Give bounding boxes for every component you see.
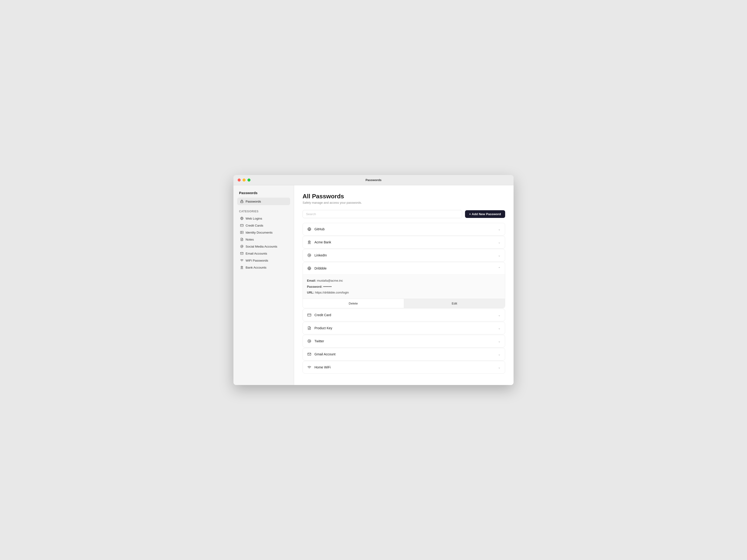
sidebar-item-notes[interactable]: Notes <box>237 236 290 243</box>
password-item-header-dribbble[interactable]: Dribbble ⌃ <box>303 262 505 274</box>
sidebar-item-web-logins[interactable]: Web Logins <box>237 215 290 222</box>
password-item-left: Home WiFi <box>307 365 331 370</box>
sidebar-title: Passwords <box>237 191 290 195</box>
sidebar-item-label: WiFi Passwords <box>246 259 268 262</box>
credit-card-icon <box>240 223 244 227</box>
categories-title: Categories <box>237 210 290 213</box>
sidebar-active-label: Passwords <box>246 200 261 203</box>
sidebar-item-wifi-passwords[interactable]: WiFi Passwords <box>237 257 290 264</box>
add-password-button[interactable]: + Add New Password <box>465 210 505 218</box>
main-content: All Passwords Safely manage and access y… <box>294 185 514 385</box>
sidebar: Passwords Passwords Categories <box>233 185 294 385</box>
password-item-linkedin: LinkedIn ⌄ <box>303 249 505 262</box>
password-item-credit-card: Credit Card ⌄ <box>303 309 505 321</box>
svg-rect-3 <box>240 224 243 226</box>
password-item-twitter: Twitter ⌄ <box>303 335 505 347</box>
wifi-icon <box>240 259 244 262</box>
item-name: Gmail Account <box>314 352 335 356</box>
svg-rect-29 <box>308 314 311 316</box>
item-name: LinkedIn <box>314 254 327 257</box>
sidebar-item-credit-cards[interactable]: Credit Cards <box>237 222 290 229</box>
password-label: Password: <box>307 285 323 288</box>
password-item-header-twitter[interactable]: Twitter ⌄ <box>303 335 505 347</box>
email-label: Email: <box>307 279 316 282</box>
mail-icon <box>240 251 244 255</box>
id-card-icon <box>240 231 244 234</box>
password-item-left: Acme Bank <box>307 240 331 244</box>
sidebar-item-identity-documents[interactable]: Identity Documents <box>237 229 290 236</box>
password-item-header-acme-bank[interactable]: Acme Bank ⌄ <box>303 236 505 248</box>
delete-button[interactable]: Delete <box>303 299 404 308</box>
chevron-down-icon: ⌄ <box>498 365 501 369</box>
at-icon <box>240 244 244 248</box>
item-name: Credit Card <box>314 313 331 317</box>
bank-icon <box>307 240 312 244</box>
svg-point-26 <box>309 255 310 256</box>
chevron-down-icon: ⌄ <box>498 227 501 231</box>
item-name: Dribbble <box>314 266 327 270</box>
password-item-acme-bank: Acme Bank ⌄ <box>303 236 505 248</box>
minimize-button[interactable] <box>242 179 246 182</box>
item-name: Home WiFi <box>314 365 331 369</box>
wifi-icon <box>307 365 312 370</box>
sidebar-item-label: Credit Cards <box>246 224 263 227</box>
sidebar-item-email-accounts[interactable]: Email Accounts <box>237 250 290 257</box>
app-body: Passwords Passwords Categories <box>233 185 514 385</box>
chevron-down-icon: ⌄ <box>498 326 501 330</box>
url-label: URL: <box>307 291 314 294</box>
sidebar-item-label: Identity Documents <box>246 231 273 234</box>
item-actions-dribbble: Delete Edit <box>303 299 505 308</box>
password-list: GitHub ⌄ <box>303 223 505 374</box>
bank-icon <box>240 266 244 269</box>
svg-point-10 <box>241 246 242 247</box>
sidebar-item-bank-accounts[interactable]: Bank Accounts <box>237 264 290 271</box>
toolbar: + Add New Password <box>303 210 505 218</box>
url-value: https://dribbble.com/login <box>315 291 349 294</box>
page-subtitle: Safely manage and access your passwords. <box>303 201 505 205</box>
password-item-header-linkedin[interactable]: LinkedIn ⌄ <box>303 249 505 261</box>
svg-rect-0 <box>241 201 243 203</box>
sidebar-item-label: Social Media Accounts <box>246 245 277 248</box>
password-item-left: Credit Card <box>307 313 331 317</box>
titlebar: Passwords <box>233 175 514 185</box>
globe-icon <box>307 266 312 271</box>
password-item-details-dribbble: Email: mustafa@acme.inc Password: ••••••… <box>303 274 505 299</box>
password-item-left: Dribbble <box>307 266 327 271</box>
chevron-down-icon: ⌄ <box>498 313 501 317</box>
edit-button[interactable]: Edit <box>404 299 505 308</box>
password-item-gmail: Gmail Account ⌄ <box>303 348 505 361</box>
email-value: mustafa@acme.inc <box>317 279 343 282</box>
search-input[interactable] <box>303 210 462 218</box>
sidebar-item-label: Web Logins <box>246 217 262 220</box>
credit-card-icon <box>307 313 312 317</box>
close-button[interactable] <box>238 179 241 182</box>
item-name: Acme Bank <box>314 240 331 244</box>
sidebar-item-passwords-active[interactable]: Passwords <box>237 197 290 205</box>
password-item-header-product-key[interactable]: Product Key ⌄ <box>303 322 505 334</box>
lock-icon <box>240 199 244 203</box>
sidebar-item-social-media[interactable]: Social Media Accounts <box>237 243 290 250</box>
password-item-left: Product Key <box>307 326 332 330</box>
svg-point-5 <box>241 232 242 233</box>
file-text-icon <box>240 238 244 241</box>
globe-icon <box>240 216 244 220</box>
item-name: Twitter <box>314 339 324 343</box>
maximize-button[interactable] <box>248 179 251 182</box>
password-item-header-gmail[interactable]: Gmail Account ⌄ <box>303 348 505 360</box>
chevron-down-icon: ⌄ <box>498 352 501 356</box>
traffic-lights <box>238 179 251 182</box>
password-item-dribbble: Dribbble ⌃ Email: mustafa@acme.inc Passw… <box>303 262 505 308</box>
globe-icon <box>307 227 312 232</box>
email-detail: Email: mustafa@acme.inc <box>307 278 501 283</box>
password-item-left: GitHub <box>307 227 325 232</box>
item-name: Product Key <box>314 326 332 330</box>
password-item-header-github[interactable]: GitHub ⌄ <box>303 223 505 235</box>
at-icon <box>307 253 312 258</box>
password-item-header-credit-card[interactable]: Credit Card ⌄ <box>303 309 505 321</box>
svg-marker-17 <box>241 266 243 267</box>
password-item-left: LinkedIn <box>307 253 327 258</box>
chevron-up-icon: ⌃ <box>498 266 501 270</box>
page-title: All Passwords <box>303 193 505 200</box>
password-item-header-home-wifi[interactable]: Home WiFi ⌄ <box>303 361 505 373</box>
mail-icon <box>307 352 312 356</box>
